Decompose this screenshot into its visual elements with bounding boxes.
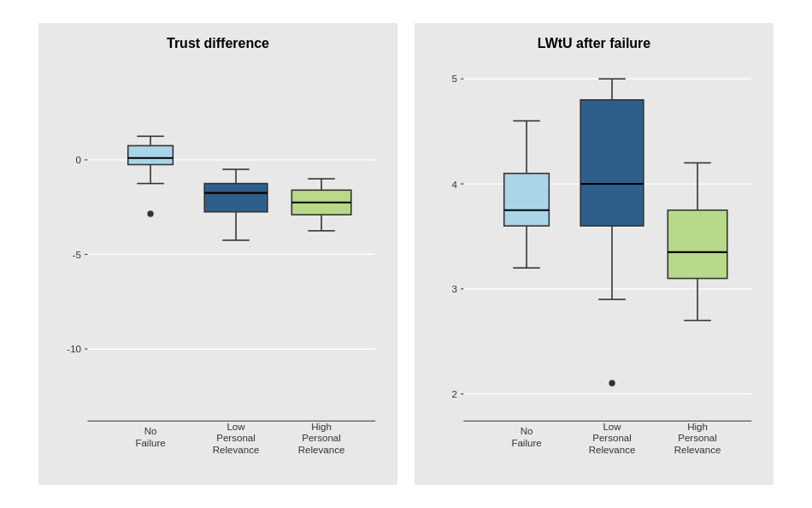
chart2-area: 5 4 3 2 bbox=[423, 58, 765, 469]
chart2-svg: 5 4 3 2 bbox=[423, 58, 765, 469]
svg-text:5: 5 bbox=[452, 74, 457, 84]
svg-text:Personal: Personal bbox=[216, 433, 256, 443]
svg-text:Low: Low bbox=[603, 422, 621, 432]
chart1-wrapper: Trust difference 0 -5 -10 bbox=[38, 23, 397, 485]
svg-text:High: High bbox=[311, 422, 332, 432]
svg-point-16 bbox=[147, 210, 153, 216]
svg-text:0: 0 bbox=[76, 155, 81, 165]
svg-text:3: 3 bbox=[452, 284, 457, 294]
svg-text:Relevance: Relevance bbox=[298, 445, 345, 455]
svg-text:Relevance: Relevance bbox=[589, 445, 636, 455]
svg-point-63 bbox=[609, 380, 615, 386]
svg-text:Personal: Personal bbox=[678, 433, 717, 443]
svg-text:Personal: Personal bbox=[592, 433, 632, 443]
svg-text:Relevance: Relevance bbox=[213, 445, 260, 455]
charts-container: Trust difference 0 -5 -10 bbox=[13, 6, 799, 502]
svg-text:No: No bbox=[144, 426, 157, 436]
svg-rect-21 bbox=[204, 184, 268, 212]
svg-text:Failure: Failure bbox=[511, 438, 541, 448]
svg-text:-10: -10 bbox=[67, 344, 81, 354]
chart2-title: LWtU after failure bbox=[423, 36, 765, 51]
svg-rect-55 bbox=[504, 174, 550, 226]
svg-rect-0 bbox=[87, 70, 375, 422]
svg-text:4: 4 bbox=[452, 180, 458, 190]
chart1-title: Trust difference bbox=[47, 36, 389, 51]
svg-text:Failure: Failure bbox=[135, 438, 165, 448]
chart2-wrapper: LWtU after failure bbox=[415, 23, 774, 485]
chart1-svg: 0 -5 -10 bbox=[47, 58, 389, 469]
svg-text:Personal: Personal bbox=[302, 433, 341, 443]
svg-text:2: 2 bbox=[452, 389, 457, 399]
chart1-area: 0 -5 -10 bbox=[47, 58, 389, 469]
svg-text:Relevance: Relevance bbox=[674, 445, 721, 455]
svg-rect-14 bbox=[128, 145, 174, 164]
svg-text:-5: -5 bbox=[73, 250, 81, 260]
svg-text:Low: Low bbox=[227, 422, 245, 432]
svg-rect-68 bbox=[668, 210, 727, 279]
svg-rect-61 bbox=[580, 100, 644, 226]
svg-text:High: High bbox=[687, 422, 708, 432]
svg-text:No: No bbox=[521, 426, 533, 436]
